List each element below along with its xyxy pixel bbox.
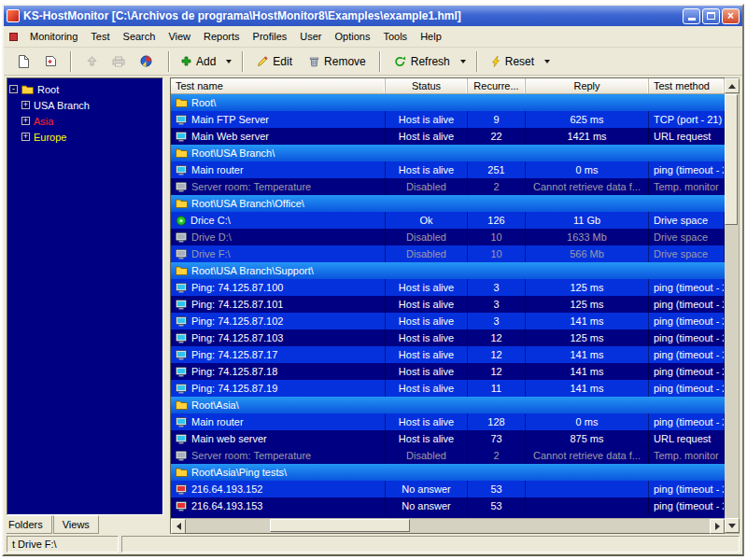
tab-views[interactable]: Views [53,515,99,534]
toolbar-separator [476,51,478,72]
expand-icon[interactable]: + [21,117,30,125]
folder-row[interactable]: Root\Asia\Ping tests\ [171,464,725,481]
folder-row[interactable]: Root\ [171,94,725,111]
table-row[interactable]: Ping: 74.125.87.103Host is alive12125 ms… [171,329,725,346]
table-row[interactable]: Server room: TemperatureDisabled2Cannot … [171,447,725,464]
add-folder-button[interactable] [39,50,62,73]
tree-item-usa-branch[interactable]: +USA Branch [9,97,161,113]
test-method-cell: ping (timeout - 200 [649,413,725,430]
status-cell: Host is alive [386,296,468,313]
test-name: Ping: 74.125.87.18 [191,366,277,377]
menu-item-user[interactable]: User [293,28,328,45]
tree-item-root[interactable]: -Root [9,81,161,97]
table-row[interactable]: 216.64.193.153No answer53ping (timeout -… [171,497,725,514]
edit-button[interactable]: Edit [249,50,300,73]
column-header-test-method[interactable]: Test method [649,78,725,93]
menu-item-options[interactable]: Options [329,28,377,45]
menu-item-profiles[interactable]: Profiles [247,28,294,45]
status-value: Host is alive [399,131,454,142]
toolbar-separator [70,51,72,72]
monitor-icon [176,434,188,444]
table-row[interactable]: Main Web serverHost is alive221421 msURL… [171,128,725,145]
status-cell: Disabled [386,447,468,464]
folder-row[interactable]: Root\Asia\ [171,397,725,413]
table-row[interactable]: Drive D:\Disabled101633 MbDrive space [171,229,725,245]
main-content: -Root+USA Branch+Asia+Europe FoldersView… [4,76,742,534]
scroll-left-button[interactable] [171,519,186,534]
table-row[interactable]: 216.64.193.152No answer53ping (timeout -… [171,481,725,497]
menu-item-tools[interactable]: Tools [376,28,414,45]
remove-button[interactable]: Remove [302,50,374,73]
add-dropdown[interactable] [221,50,236,73]
column-header-status[interactable]: Status [386,78,468,93]
tree-item-europe[interactable]: +Europe [9,129,161,145]
monitor-icon [176,384,188,394]
new-test-button[interactable] [12,50,35,73]
menu-item-search[interactable]: Search [117,28,162,45]
menu-item-help[interactable]: Help [414,28,448,45]
scroll-down-button[interactable] [725,518,740,533]
table-row[interactable]: Ping: 74.125.87.101Host is alive3125 msp… [171,296,725,313]
column-header-test-name[interactable]: Test name [171,78,386,93]
minimize-button[interactable] [683,8,700,24]
recurrences-cell: 3 [468,296,526,313]
status-cell: Disabled [386,178,468,195]
table-row[interactable]: Ping: 74.125.87.102Host is alive3141 msp… [171,313,725,329]
table-row[interactable]: Server room: TemperatureDisabled2Cannot … [171,178,725,195]
test-method-value: ping (timeout - 200 [654,299,725,310]
folder-icon [176,400,188,410]
statistics-button[interactable] [134,50,157,73]
table-row[interactable]: Ping: 74.125.87.18Host is alive12141 msp… [171,363,725,380]
test-name-cell: Server room: Temperature [171,447,386,464]
move-up-button[interactable] [80,50,103,73]
menu-item-reports[interactable]: Reports [197,28,247,45]
test-method-value: ping (timeout - 200 [654,315,725,327]
reset-button[interactable]: Reset [484,50,542,73]
vertical-scroll-thumb[interactable] [725,94,738,225]
expand-icon[interactable]: + [21,101,30,109]
panel-splitter[interactable] [163,77,170,534]
status-value: Disabled [406,231,446,243]
test-name: Main router [191,416,244,427]
refresh-button[interactable]: Refresh [387,50,458,73]
vertical-scroll-track[interactable] [725,93,739,518]
table-row[interactable]: Ping: 74.125.87.100Host is alive3125 msp… [171,279,725,296]
folder-icon [176,266,188,275]
column-header-reply[interactable]: Reply [526,78,649,93]
table-row[interactable]: Main routerHost is alive1280 msping (tim… [171,413,725,430]
collapse-icon[interactable]: - [9,85,18,93]
tab-folders[interactable]: Folders [7,515,52,534]
horizontal-scroll-thumb[interactable] [270,519,410,532]
table-row[interactable]: Drice C:\Ok12611 GbDrive space [171,212,725,229]
folder-row[interactable]: Root\USA Branch\ [171,145,725,161]
scroll-right-button[interactable] [710,519,725,534]
table-row[interactable]: Ping: 74.125.87.19Host is alive11141 msp… [171,380,725,397]
test-name-cell: Ping: 74.125.87.102 [171,313,386,329]
table-row[interactable]: Ping: 74.125.87.17Host is alive12141 msp… [171,346,725,363]
tree-item-asia[interactable]: +Asia [9,113,161,129]
maximize-button[interactable] [702,8,720,24]
test-method-value: ping (timeout - 200 [654,332,725,343]
add-button[interactable]: Add [174,50,223,73]
folder-row[interactable]: Root\USA Branch\Office\ [171,195,725,212]
folder-panel: -Root+USA Branch+Asia+Europe FoldersView… [7,77,163,534]
expand-icon[interactable]: + [21,133,30,141]
menu-item-test[interactable]: Test [84,28,116,45]
horizontal-scrollbar[interactable] [171,518,725,533]
scroll-up-button[interactable] [725,78,740,93]
menu-item-view[interactable]: View [162,28,197,45]
table-row[interactable]: Main FTP ServerHost is alive9625 msTCP (… [171,111,725,128]
table-row[interactable]: Main web serverHost is alive73875 msURL … [171,430,725,447]
close-button[interactable]: × [722,8,740,24]
print-button[interactable] [107,50,130,73]
table-row[interactable]: Drive F:\Disabled10566 MbDrive space [171,245,725,262]
table-row[interactable]: Main routerHost is alive2510 msping (tim… [171,161,725,178]
vertical-scrollbar[interactable] [725,77,740,534]
column-header-recurre[interactable]: Recurre... [468,78,526,93]
horizontal-scroll-track[interactable] [186,519,710,534]
reset-dropdown[interactable] [540,50,555,73]
folder-row[interactable]: Root\USA Branch\Support\ [171,262,725,279]
refresh-dropdown[interactable] [456,50,471,73]
menu-item-monitoring[interactable]: Monitoring [23,28,84,45]
toolbar-left-group [6,50,164,73]
